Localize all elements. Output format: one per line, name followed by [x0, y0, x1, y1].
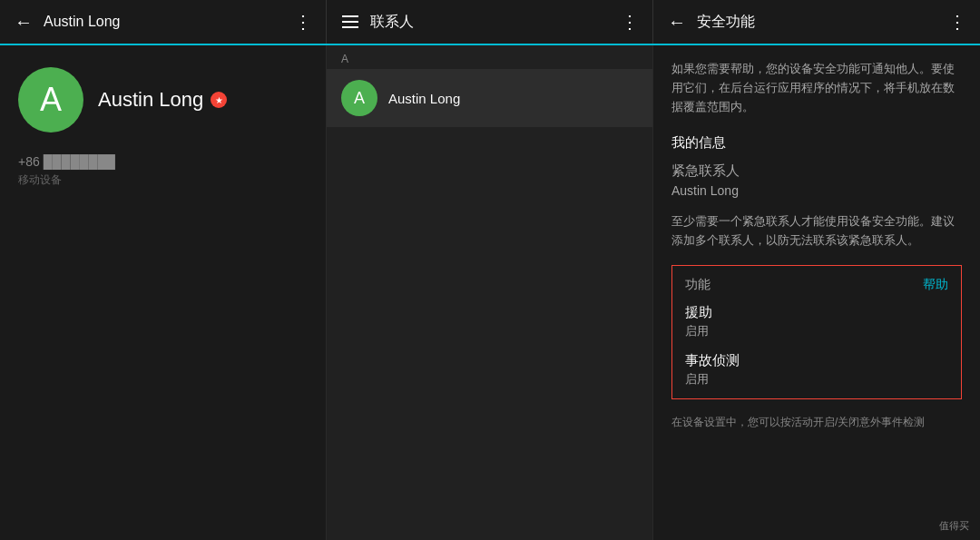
my-info-label: 我的信息 [671, 134, 962, 152]
watermark: 值得买 [939, 519, 969, 533]
contact-name-area: Austin Long ★ [98, 88, 227, 112]
contact-phone: +86 ████████ [18, 154, 308, 169]
avatar: A [18, 67, 83, 133]
hamburger-menu-button[interactable] [338, 9, 363, 34]
functions-header: 功能 帮助 [685, 277, 948, 293]
functions-box: 功能 帮助 援助 启用 事故侦测 启用 [671, 265, 962, 399]
emergency-contact-label: 紧急联系人 [671, 162, 962, 180]
contacts-list-panel: A A Austin Long [327, 45, 653, 540]
right-back-button[interactable]: ← [664, 9, 690, 34]
hamburger-icon [342, 15, 358, 28]
safety-description: 如果您需要帮助，您的设备安全功能可通知他人。要使用它们，在后台运行应用程序的情况… [671, 60, 962, 116]
left-header-title: Austin Long [44, 14, 282, 30]
right-more-button[interactable]: ⋮ [944, 9, 969, 34]
function-status-assistance: 启用 [685, 323, 948, 339]
middle-panel-header: 联系人 ⋮ [327, 0, 653, 44]
emergency-note: 至少需要一个紧急联系人才能使用设备安全功能。建议添加多个联系人，以防无法联系该紧… [671, 212, 962, 250]
left-panel-header: ← Austin Long ⋮ [0, 0, 327, 44]
right-panel-header: ← 安全功能 ⋮ [653, 0, 980, 44]
star-badge: ★ [211, 92, 227, 108]
right-header-title: 安全功能 [697, 13, 936, 32]
contact-device: 移动设备 [18, 172, 308, 188]
left-more-button[interactable]: ⋮ [289, 9, 315, 34]
footer-note: 在设备设置中，您可以按活动开启/关闭意外事件检测 [671, 414, 962, 431]
list-section-header-a: A [327, 45, 652, 69]
functions-label: 功能 [685, 277, 710, 293]
list-item-name: Austin Long [388, 91, 460, 106]
list-item[interactable]: A Austin Long [327, 69, 652, 127]
function-item-accident[interactable]: 事故侦测 启用 [685, 352, 948, 388]
contact-name: Austin Long [98, 88, 203, 112]
left-back-button[interactable]: ← [11, 9, 36, 34]
middle-more-button[interactable]: ⋮ [616, 9, 642, 34]
help-link[interactable]: 帮助 [923, 277, 948, 293]
main-content: A Austin Long ★ +86 ████████ 移动设备 A A Au… [0, 45, 980, 540]
emergency-contact-name: Austin Long [671, 183, 962, 198]
contact-name-section: Austin Long ★ [98, 88, 227, 112]
safety-panel: 如果您需要帮助，您的设备安全功能可通知他人。要使用它们，在后台运行应用程序的情况… [653, 45, 980, 540]
middle-header-title: 联系人 [370, 13, 609, 32]
list-item-avatar: A [341, 80, 377, 116]
function-title-assistance: 援助 [685, 304, 948, 321]
contact-detail-panel: A Austin Long ★ +86 ████████ 移动设备 [0, 45, 327, 540]
function-status-accident: 启用 [685, 371, 948, 388]
function-title-accident: 事故侦测 [685, 352, 948, 369]
contact-avatar-section: A Austin Long ★ [18, 67, 308, 133]
function-item-assistance[interactable]: 援助 启用 [685, 304, 948, 339]
